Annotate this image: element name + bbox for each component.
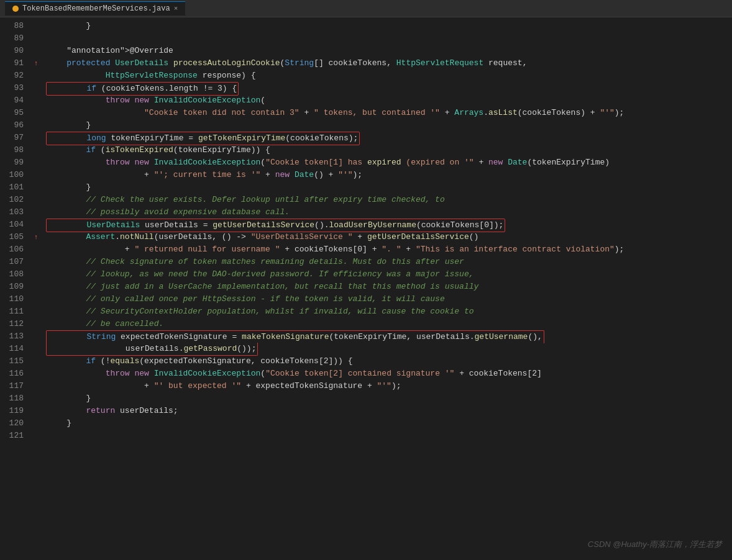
line-number-112: 112 xyxy=(0,318,30,330)
indicator-90 xyxy=(30,45,42,57)
code-line-98: if (isTokenExpired(tokenExpiryTime)) { xyxy=(47,144,732,156)
editor: 8889909192939495969798991001011021031041… xyxy=(0,17,732,560)
line-number-109: 109 xyxy=(0,281,30,293)
line-number-94: 94 xyxy=(0,94,30,107)
code-line-105: Assert.notNull(userDetails, () -> "UserD… xyxy=(47,231,732,243)
indicator-91: ↑ xyxy=(30,57,42,70)
indicator-114 xyxy=(30,343,42,355)
line-number-117: 117 xyxy=(0,380,30,392)
indicator-99 xyxy=(30,156,42,169)
code-line-109: // just add in a UserCache implementatio… xyxy=(47,281,732,293)
code-line-92: HttpServletResponse response) { xyxy=(47,70,732,82)
code-line-93: if (cookieTokens.length != 3) { xyxy=(47,82,732,94)
code-line-96: } xyxy=(47,119,732,132)
code-line-107: // Check signature of token matches rema… xyxy=(47,256,732,268)
indicator-88 xyxy=(30,20,42,32)
code-line-90: "annotation">@Override xyxy=(47,45,732,57)
line-number-95: 95 xyxy=(0,107,30,119)
line-number-119: 119 xyxy=(0,405,30,417)
indicator-108 xyxy=(30,268,42,281)
line-number-88: 88 xyxy=(0,20,30,32)
indicator-101 xyxy=(30,181,42,194)
indicator-93 xyxy=(30,82,42,94)
indicator-118 xyxy=(30,392,42,405)
indicator-89 xyxy=(30,32,42,45)
line-number-110: 110 xyxy=(0,293,30,305)
line-number-90: 90 xyxy=(0,45,30,57)
code-line-101: } xyxy=(47,181,732,194)
code-line-115: if (!equals(expectedTokenSignature, cook… xyxy=(47,355,732,368)
indicator-112 xyxy=(30,318,42,330)
indicator-111 xyxy=(30,305,42,318)
indicator-95 xyxy=(30,107,42,119)
code-line-118: } xyxy=(47,392,732,405)
code-line-121 xyxy=(47,430,732,442)
line-number-104: 104 xyxy=(0,219,30,231)
code-line-112: // be cancelled. xyxy=(47,318,732,330)
line-number-100: 100 xyxy=(0,169,30,181)
code-line-99: throw new InvalidCookieException("Cookie… xyxy=(47,156,732,169)
indicator-92 xyxy=(30,70,42,82)
indicators-col: ↑↑ xyxy=(30,17,42,560)
line-number-89: 89 xyxy=(0,32,30,45)
indicator-102 xyxy=(30,194,42,206)
code-line-97: long tokenExpiryTime = getTokenExpiryTim… xyxy=(47,132,732,144)
code-line-91: protected UserDetails processAutoLoginCo… xyxy=(47,57,732,70)
line-number-114: 114 xyxy=(0,343,30,355)
line-number-99: 99 xyxy=(0,156,30,169)
code-line-89 xyxy=(47,32,732,45)
java-icon xyxy=(12,6,19,12)
line-number-105: 105 xyxy=(0,231,30,243)
line-number-106: 106 xyxy=(0,243,30,256)
line-number-107: 107 xyxy=(0,256,30,268)
line-number-98: 98 xyxy=(0,144,30,156)
indicator-105: ↑ xyxy=(30,231,42,243)
line-number-92: 92 xyxy=(0,70,30,82)
indicator-110 xyxy=(30,293,42,305)
indicator-97 xyxy=(30,132,42,144)
indicator-96 xyxy=(30,119,42,132)
code-line-113: String expectedTokenSignature = makeToke… xyxy=(47,330,732,343)
code-line-120: } xyxy=(47,417,732,430)
file-tab[interactable]: TokenBasedRememberMeServices.java × xyxy=(5,1,185,16)
gutter: 8889909192939495969798991001011021031041… xyxy=(0,17,30,560)
lines-container: 8889909192939495969798991001011021031041… xyxy=(0,17,732,560)
code-line-111: // SecurityContextHolder population, whi… xyxy=(47,305,732,318)
watermark: CSDN @Huathy-雨落江南，浮生若梦 xyxy=(588,539,722,550)
tab-filename: TokenBasedRememberMeServices.java xyxy=(22,4,170,13)
indicator-104 xyxy=(30,219,42,231)
line-number-93: 93 xyxy=(0,82,30,94)
indicator-121 xyxy=(30,430,42,442)
line-number-116: 116 xyxy=(0,368,30,380)
indicator-100 xyxy=(30,169,42,181)
code-line-95: "Cookie token did not contain 3" + " tok… xyxy=(47,107,732,119)
line-number-103: 103 xyxy=(0,206,30,219)
indicator-109 xyxy=(30,281,42,293)
code-line-88: } xyxy=(47,20,732,32)
indicator-115 xyxy=(30,355,42,368)
indicator-120 xyxy=(30,417,42,430)
code-col: } "annotation">@Override protected UserD… xyxy=(42,17,732,560)
code-line-100: + "'; current time is '" + new Date() + … xyxy=(47,169,732,181)
title-bar: TokenBasedRememberMeServices.java × xyxy=(0,0,732,17)
indicator-119 xyxy=(30,405,42,417)
line-number-120: 120 xyxy=(0,417,30,430)
line-number-101: 101 xyxy=(0,181,30,194)
code-line-117: + "' but expected '" + expectedTokenSign… xyxy=(47,380,732,392)
line-number-113: 113 xyxy=(0,330,30,343)
line-number-102: 102 xyxy=(0,194,30,206)
line-number-97: 97 xyxy=(0,132,30,144)
code-line-104: UserDetails userDetails = getUserDetails… xyxy=(47,219,732,231)
line-number-91: 91 xyxy=(0,57,30,70)
code-line-110: // only called once per HttpSession - if… xyxy=(47,293,732,305)
code-line-102: // Check the user exists. Defer lookup u… xyxy=(47,194,732,206)
line-number-111: 111 xyxy=(0,305,30,318)
line-number-115: 115 xyxy=(0,355,30,368)
line-number-96: 96 xyxy=(0,119,30,132)
line-number-108: 108 xyxy=(0,268,30,281)
indicator-113 xyxy=(30,330,42,343)
indicator-94 xyxy=(30,94,42,107)
line-number-121: 121 xyxy=(0,430,30,442)
code-line-114: userDetails.getPassword()); xyxy=(47,343,732,355)
tab-close-button[interactable]: × xyxy=(174,5,178,12)
